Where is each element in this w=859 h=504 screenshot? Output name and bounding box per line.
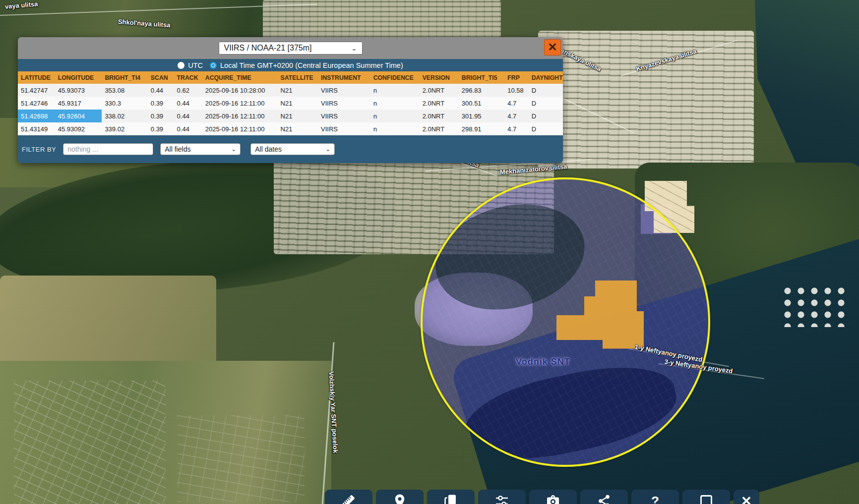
cell-confidence[interactable]: n: [370, 122, 420, 135]
cell-instrument[interactable]: VIIRS: [318, 97, 370, 110]
fullscreen-button[interactable]: [682, 490, 730, 504]
column-header-longitude[interactable]: LONGITUDE: [55, 71, 102, 84]
cell-bright_ti5[interactable]: 296.83: [459, 84, 504, 97]
cell-version[interactable]: 2.0NRT: [420, 84, 459, 97]
cell-scan[interactable]: 0.44: [148, 84, 174, 97]
layers-button[interactable]: [427, 490, 475, 504]
panel-header: VIIRS / NOAA-21 [375m] ⌄ ✕: [18, 37, 563, 59]
fields-filter-select[interactable]: All fields ⌄: [160, 143, 241, 155]
column-header-daynight[interactable]: DAYNIGHT: [529, 71, 563, 84]
map-settlement-grid: [14, 381, 166, 504]
chevron-down-icon: ⌄: [231, 146, 236, 153]
column-header-bright_ti5[interactable]: BRIGHT_TI5: [459, 71, 504, 84]
share-icon: [596, 493, 612, 504]
cell-bright_ti4[interactable]: 330.3: [102, 97, 147, 110]
cell-frp[interactable]: 4.7: [504, 97, 528, 110]
cell-bright_ti4[interactable]: 338.02: [102, 110, 147, 122]
ruler-icon: [341, 493, 357, 504]
cell-daynight[interactable]: D: [529, 84, 563, 97]
cell-confidence[interactable]: n: [370, 84, 420, 97]
cell-acquire_time[interactable]: 2025-09-16 12:11:00: [202, 97, 278, 110]
cell-scan[interactable]: 0.39: [148, 97, 174, 110]
share-button[interactable]: [580, 490, 628, 504]
cell-version[interactable]: 2.0NRT: [420, 110, 459, 122]
cell-scan[interactable]: 0.39: [148, 122, 174, 135]
column-header-latitude[interactable]: LATITUDE: [18, 71, 55, 84]
fields-filter-value: All fields: [165, 145, 190, 153]
panel-close-button[interactable]: ✕: [544, 39, 561, 56]
cell-latitude[interactable]: 51.42747: [18, 84, 55, 97]
cell-satellite[interactable]: N21: [278, 110, 318, 122]
filter-by-label: FILTER BY: [22, 146, 56, 153]
dataset-select[interactable]: VIIRS / NOAA-21 [375m] ⌄: [219, 42, 363, 55]
table-row[interactable]: 51.4274745.93073353.080.440.622025-09-16…: [18, 84, 563, 97]
column-header-confidence[interactable]: CONFIDENCE: [370, 71, 420, 84]
cell-track[interactable]: 0.62: [174, 84, 202, 97]
column-header-satellite[interactable]: SATELLITE: [278, 71, 318, 84]
dataset-select-value: VIIRS / NOAA-21 [375m]: [224, 44, 312, 53]
cell-bright_ti5[interactable]: 300.51: [459, 97, 504, 110]
cell-version[interactable]: 2.0NRT: [420, 122, 459, 135]
cell-acquire_time[interactable]: 2025-09-16 12:11:00: [202, 122, 278, 135]
cell-acquire_time[interactable]: 2025-09-16 12:11:00: [202, 110, 278, 122]
column-header-track[interactable]: TRACK: [174, 71, 202, 84]
cell-instrument[interactable]: VIIRS: [318, 84, 370, 97]
location-button[interactable]: [376, 490, 424, 504]
cell-satellite[interactable]: N21: [278, 122, 318, 135]
cell-bright_ti5[interactable]: 301.95: [459, 110, 504, 122]
cell-acquire_time[interactable]: 2025-09-16 10:28:00: [202, 84, 278, 97]
cell-bright_ti5[interactable]: 298.91: [459, 122, 504, 135]
cell-version[interactable]: 2.0NRT: [420, 97, 459, 110]
map-tank-farm: [782, 285, 849, 327]
dates-filter-select[interactable]: All dates ⌄: [250, 143, 335, 155]
measure-button[interactable]: [325, 490, 372, 504]
cell-latitude[interactable]: 51.42698: [18, 110, 55, 122]
chevron-down-icon: ⌄: [352, 45, 357, 52]
help-button[interactable]: ?: [631, 490, 679, 504]
cell-bright_ti4[interactable]: 353.08: [102, 84, 147, 97]
cell-longitude[interactable]: 45.92604: [55, 110, 102, 122]
column-header-instrument[interactable]: INSTRUMENT: [318, 71, 370, 84]
cell-frp[interactable]: 4.7: [504, 122, 528, 135]
cell-bright_ti4[interactable]: 339.02: [102, 122, 147, 135]
cell-longitude[interactable]: 45.93073: [55, 84, 102, 97]
detections-table-body: 51.4274745.93073353.080.440.622025-09-16…: [18, 84, 563, 135]
close-toolbar-button[interactable]: ✕: [734, 490, 759, 504]
cell-satellite[interactable]: N21: [278, 84, 318, 97]
cell-daynight[interactable]: D: [529, 122, 563, 135]
chevron-down-icon: ⌄: [325, 146, 330, 153]
close-icon: ✕: [548, 42, 557, 53]
cell-frp[interactable]: 10.58: [504, 84, 528, 97]
cell-daynight[interactable]: D: [529, 97, 563, 110]
cell-track[interactable]: 0.44: [174, 110, 202, 122]
table-row[interactable]: 51.4274645.9317330.30.390.442025-09-16 1…: [18, 97, 563, 110]
cell-instrument[interactable]: VIIRS: [318, 122, 370, 135]
cell-latitude[interactable]: 51.42746: [18, 97, 55, 110]
cell-daynight[interactable]: D: [529, 110, 563, 122]
cell-confidence[interactable]: n: [370, 110, 420, 122]
cell-confidence[interactable]: n: [370, 97, 420, 110]
utc-radio-option[interactable]: UTC: [178, 61, 203, 69]
cell-track[interactable]: 0.44: [174, 97, 202, 110]
column-header-frp[interactable]: FRP: [504, 71, 528, 84]
cell-track[interactable]: 0.44: [174, 122, 202, 135]
screenshot-button[interactable]: [529, 490, 577, 504]
cell-scan[interactable]: 0.39: [148, 110, 174, 122]
layers-icon: [443, 493, 459, 504]
cell-frp[interactable]: 4.7: [504, 110, 528, 122]
table-row[interactable]: 51.4314945.93092339.020.390.442025-09-16…: [18, 122, 563, 135]
column-header-acquire_time[interactable]: ACQUIRE_TIME: [202, 71, 278, 84]
location-pin-icon: [392, 493, 408, 504]
local-time-radio-option[interactable]: Local Time GMT+0200 (Central European Su…: [210, 61, 403, 69]
cell-longitude[interactable]: 45.9317: [55, 97, 102, 110]
cell-latitude[interactable]: 51.43149: [18, 122, 55, 135]
filter-input[interactable]: [63, 143, 153, 155]
adjustments-button[interactable]: [478, 490, 526, 504]
cell-longitude[interactable]: 45.93092: [55, 122, 102, 135]
cell-instrument[interactable]: VIIRS: [318, 110, 370, 122]
cell-satellite[interactable]: N21: [278, 97, 318, 110]
column-header-version[interactable]: VERSION: [420, 71, 459, 84]
table-row[interactable]: 51.4269845.92604338.020.390.442025-09-16…: [18, 110, 563, 122]
column-header-bright_ti4[interactable]: BRIGHT_TI4: [102, 71, 147, 84]
column-header-scan[interactable]: SCAN: [148, 71, 174, 84]
